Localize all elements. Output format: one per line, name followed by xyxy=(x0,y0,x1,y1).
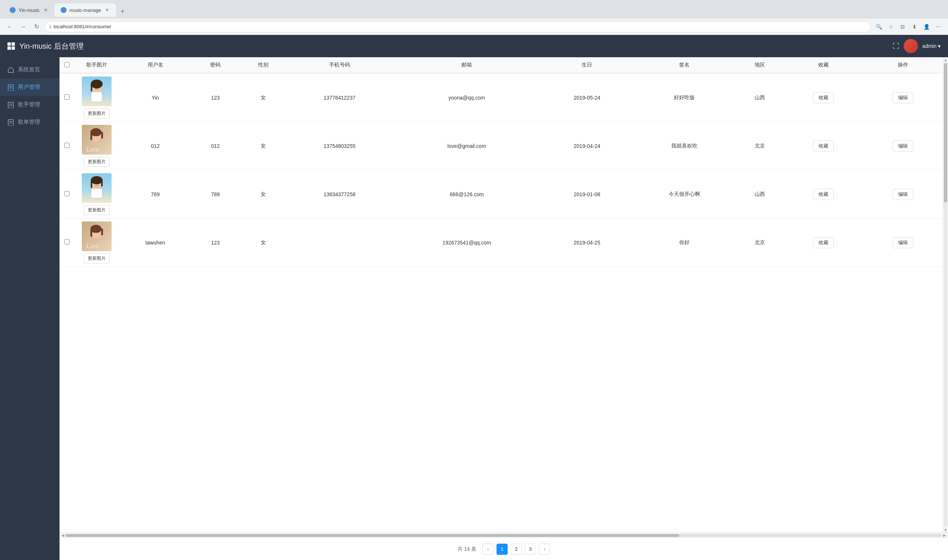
row-checkbox-1[interactable] xyxy=(64,94,69,100)
photo-container-2: Love 更新图片 xyxy=(78,125,115,167)
pagination-total: 共 14 条 xyxy=(457,546,476,552)
pagination-next[interactable]: › xyxy=(539,544,550,555)
content-area: 歌手图片 用户名 密码 性别 手机号码 邮箱 生日 签名 地区 收藏 操作 xyxy=(60,57,948,560)
svg-rect-31 xyxy=(101,229,103,235)
row-checkbox-cell xyxy=(60,170,74,218)
username-label: admin xyxy=(922,43,936,49)
tab-close-2[interactable]: ✕ xyxy=(104,7,110,13)
row-checkbox-cell xyxy=(60,218,74,267)
search-button[interactable]: 🔍 xyxy=(874,22,884,32)
page-btn-1[interactable]: 1 xyxy=(497,544,508,555)
scroll-up-arrow[interactable]: ▲ xyxy=(943,57,948,62)
row-photo-cell-2: Love 更新图片 xyxy=(74,122,119,170)
svg-text:Love: Love xyxy=(86,242,99,250)
collect-button-3[interactable]: 收藏 xyxy=(813,189,834,200)
fullscreen-button[interactable]: ⛶ xyxy=(892,42,899,50)
row-checkbox-3[interactable] xyxy=(64,191,69,196)
dropdown-arrow: ▾ xyxy=(938,43,940,49)
downloads-button[interactable]: ⬇ xyxy=(909,22,920,32)
row-phone-4 xyxy=(287,218,392,267)
row-birthday-1: 2019-05-24 xyxy=(542,73,633,122)
row-signature-2: 我就喜欢吃 xyxy=(633,122,736,170)
select-all-checkbox[interactable] xyxy=(64,62,69,67)
sidebar-item-playlists[interactable]: 歌单管理 xyxy=(0,113,60,131)
header-email: 邮箱 xyxy=(392,57,542,73)
row-checkbox-4[interactable] xyxy=(64,239,69,245)
row-region-2: 北京 xyxy=(736,122,784,170)
row-action-4: 编辑 xyxy=(863,218,943,267)
update-photo-button-1[interactable]: 更新图片 xyxy=(84,109,110,118)
edit-button-4[interactable]: 编辑 xyxy=(892,237,913,248)
user-photo-3 xyxy=(82,173,111,203)
scroll-left-arrow[interactable]: ◀ xyxy=(60,533,65,538)
edit-button-3[interactable]: 编辑 xyxy=(892,189,913,200)
edit-button-1[interactable]: 编辑 xyxy=(892,92,913,103)
avatar xyxy=(904,39,918,53)
main-wrapper: 系统首页 用户管理 歌手管理 xyxy=(0,57,948,560)
page-btn-2[interactable]: 2 xyxy=(511,544,522,555)
back-button[interactable]: ← xyxy=(5,22,15,32)
grid-icon[interactable] xyxy=(8,42,15,50)
row-password-1: 123 xyxy=(191,73,239,122)
tab-close-1[interactable]: ✕ xyxy=(43,7,49,13)
update-photo-button-3[interactable]: 更新图片 xyxy=(84,205,110,215)
row-checkbox-2[interactable] xyxy=(64,143,69,148)
page-btn-3[interactable]: 3 xyxy=(525,544,536,555)
row-username-1: Yin xyxy=(119,73,191,122)
svg-point-33 xyxy=(92,232,100,238)
scroll-thumb xyxy=(944,63,947,202)
collect-button-1[interactable]: 收藏 xyxy=(813,92,834,103)
row-action-2: 编辑 xyxy=(863,122,943,170)
collect-button-2[interactable]: 收藏 xyxy=(813,140,834,152)
table-wrapper: 歌手图片 用户名 密码 性别 手机号码 邮箱 生日 签名 地区 收藏 操作 xyxy=(60,57,943,532)
tab-yin-music[interactable]: Yin-music ✕ xyxy=(4,3,55,17)
row-email-1: yoona@qq.com xyxy=(392,73,542,122)
playlists-icon xyxy=(8,119,14,126)
tab-music-manage[interactable]: music-manage ✕ xyxy=(55,3,116,17)
new-tab-button[interactable]: + xyxy=(117,6,128,17)
svg-point-20 xyxy=(92,136,100,142)
table-header-row: 歌手图片 用户名 密码 性别 手机号码 邮箱 生日 签名 地区 收藏 操作 xyxy=(60,57,943,73)
address-bar[interactable]: ℹ localhost:8081/#/consumer xyxy=(45,21,871,32)
forward-button[interactable]: → xyxy=(18,22,28,32)
sidebar-item-users[interactable]: 用户管理 xyxy=(0,78,60,96)
row-photo-cell-1: 更新图片 xyxy=(74,73,119,122)
photo-container-1: 更新图片 xyxy=(78,77,115,118)
singers-icon xyxy=(8,102,14,108)
users-icon xyxy=(8,84,14,91)
vertical-scrollbar[interactable]: ▲ ▼ xyxy=(943,57,948,532)
row-collect-3: 收藏 xyxy=(784,170,863,218)
pagination-prev[interactable]: ‹ xyxy=(482,544,494,555)
bookmark-star-button[interactable]: ☆ xyxy=(886,22,896,32)
row-phone-3: 13634377258 xyxy=(287,170,392,218)
sidebar-label-singers: 歌手管理 xyxy=(18,101,40,108)
header-phone: 手机号码 xyxy=(287,57,392,73)
scroll-down-arrow[interactable]: ▼ xyxy=(943,527,948,532)
svg-rect-3 xyxy=(8,102,13,108)
row-action-3: 编辑 xyxy=(863,170,943,218)
scroll-right-arrow[interactable]: ▶ xyxy=(942,533,947,538)
reload-button[interactable]: ↻ xyxy=(31,22,42,32)
row-gender-1: 女 xyxy=(239,73,287,122)
svg-rect-17 xyxy=(90,132,92,140)
profile-button[interactable]: 👤 xyxy=(921,22,932,32)
sidebar: 系统首页 用户管理 歌手管理 xyxy=(0,57,60,560)
home-icon xyxy=(8,66,14,73)
app-header: Yin-music 后台管理 ⛶ admin ▾ xyxy=(0,35,948,57)
row-birthday-4: 2019-04-25 xyxy=(542,218,633,267)
update-photo-button-2[interactable]: 更新图片 xyxy=(84,157,110,167)
user-menu[interactable]: admin ▾ xyxy=(922,43,940,49)
row-action-1: 编辑 xyxy=(863,73,943,122)
avatar-image xyxy=(904,39,918,53)
edit-button-2[interactable]: 编辑 xyxy=(892,140,913,152)
row-birthday-3: 2019-01-08 xyxy=(542,170,633,218)
reading-list-button[interactable]: ⊟ xyxy=(897,22,908,32)
update-photo-button-4[interactable]: 更新图片 xyxy=(84,254,110,263)
user-photo-2: Love xyxy=(82,125,111,155)
menu-button[interactable]: ⋯ xyxy=(933,22,943,32)
sidebar-item-home[interactable]: 系统首页 xyxy=(0,61,60,78)
sidebar-item-singers[interactable]: 歌手管理 xyxy=(0,96,60,113)
collect-button-4[interactable]: 收藏 xyxy=(813,237,834,248)
horizontal-scrollbar[interactable]: ◀ ▶ xyxy=(60,532,948,538)
browser-toolbar: ← → ↻ ℹ localhost:8081/#/consumer 🔍 ☆ ⊟ … xyxy=(0,18,948,35)
